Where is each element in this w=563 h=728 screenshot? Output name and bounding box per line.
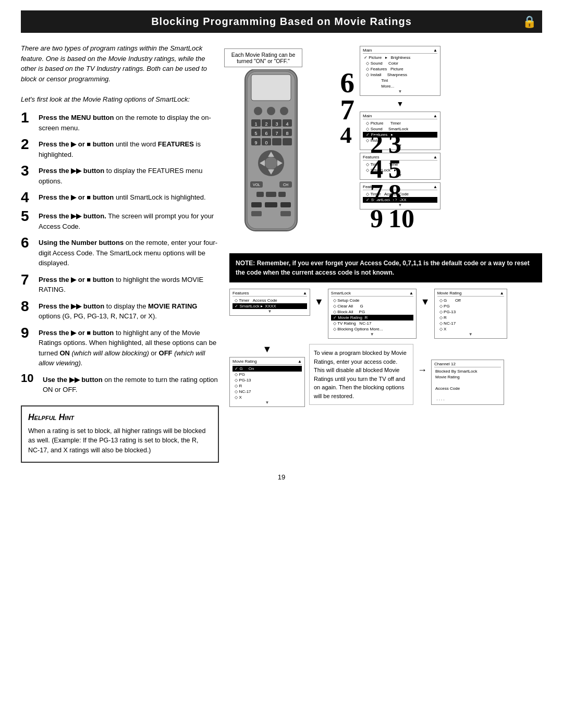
mr-g: ◇ G Off [437,298,504,303]
sm-blocking: ◇ Blocking Options More... [331,326,413,332]
arrow-4: ▼ [263,344,272,355]
step-number-9: 9 [21,326,35,340]
main-menu-screen: Main▲ ✓ Picture ▸ Brightness ◇ Sound Col… [360,46,440,96]
cb-movie: Movie Rating [434,374,501,380]
screen-row-more: More... [363,83,437,89]
svg-text:7: 7 [275,131,278,136]
mr-x: ◇ X [437,326,504,332]
main-menu-2-title: Main▲ [363,114,437,119]
hint-title: Helpful Hint [28,413,212,422]
step-7: 7 Press the ▶ or ■ button to highlight t… [21,275,219,295]
svg-rect-39 [278,192,286,197]
screen2-row-picture: ◇ Picture Timer [363,120,437,126]
svg-point-5 [280,107,288,115]
svg-text:4: 4 [286,121,288,127]
bottom-view-text: To view a program blocked by Movie Ratin… [314,350,407,399]
step-number-7: 7 [21,273,35,287]
smartlock-menu-title: SmartLock▲ [331,291,413,297]
mr-on-pg13: ◇ PG-13 [232,377,302,383]
mr-pg13: ◇ PG-13 [437,309,504,315]
movie-rating-callout: Each Movie Rating can be turned "ON" or … [224,48,302,67]
step-number-10: 10 [21,373,40,384]
bottom-screens-area: Features▲ ◇ Timer Access Code ✓ SmartLoc… [229,289,542,339]
smartlock-access-screen: Features▲ ◇ Timer Access Code ✓ SmartLoc… [229,289,310,316]
mr-pg: ◇ PG [437,303,504,309]
svg-rect-40 [266,192,276,197]
step-number-6: 6 [21,236,35,250]
sm-movierating: ✓ Movie Rating R [331,315,413,320]
content-area: There are two types of program ratings w… [21,43,542,463]
arrow-3: ▼ [421,297,430,307]
screen-row-sound: ◇ Sound Color [363,60,437,66]
page: Blocking Programming Based on Movie Rati… [0,0,563,728]
screen-row-install: ◇ Install Sharpness [363,72,437,78]
step-6: 6 Using the Number buttons on the remote… [21,238,219,268]
hint-text: When a rating is set to block, all highe… [28,426,212,455]
svg-rect-44 [251,211,262,216]
smartlock-access-title: Features▲ [232,291,307,297]
title-bar: Blocking Programming Based on Movie Rati… [21,10,542,33]
sm-blockall: ◇ Block All PG [331,309,413,315]
step-text-10: Use the ▶▶ button on the remote to turn … [43,375,219,395]
step-5: 5 Press the ▶▶ button. The screen will p… [21,211,219,231]
cb-blocked: Blocked By SmartLock [434,368,501,374]
cb-dots: · · · · [434,397,501,403]
big-numbers-overlay: 6 7 4 [340,69,355,146]
svg-rect-17 [283,138,292,145]
mr-on-nc17: ◇ NC-17 [232,389,302,394]
mr-on-r: ◇ R [232,383,302,389]
svg-rect-45 [280,211,291,216]
svg-text:5: 5 [254,131,257,136]
step-text-1: Press the MENU button on the remote to d… [39,113,219,133]
sm-clearall: ◇ Clear All G [331,303,413,309]
step-number-3: 3 [21,164,35,178]
step-number-2: 2 [21,137,35,152]
sm-tvrating: ◇ TV Rating NC-17 [331,320,413,326]
svg-rect-42 [265,202,277,207]
svg-text:VOL: VOL [253,183,260,187]
svg-rect-38 [256,192,264,197]
cb-space [434,380,501,386]
movie-rating-title: Movie Rating▲ [437,291,504,297]
step-text-2: Press the ▶ or ■ button until the word F… [39,139,219,159]
step-3: 3 Press the ▶▶ button to display the FEA… [21,166,219,186]
bottom-arrow-col: ▼ Movie Rating▲ ✓ G On ◇ PG ◇ PG-13 ◇ R … [229,344,305,407]
arrow-1: ▼ [360,100,440,108]
svg-text:1: 1 [254,121,257,127]
mr-on-pg: ◇ PG [232,372,302,377]
svg-rect-2 [251,75,291,101]
channel-blocked-screen: Channel 12 Blocked By SmartLock Movie Ra… [431,360,504,405]
right-column: Each Movie Rating can be turned "ON" or … [229,43,542,463]
mr-on-title: Movie Rating▲ [232,359,302,365]
step-text-4: Press the ▶ or ■ button until SmartLock … [39,192,206,203]
sal-smartlock: ✓ SmartLock ▸ XXXX [232,303,307,309]
svg-text:9: 9 [254,140,257,145]
step-number-1: 1 [21,110,35,125]
step-text-7: Press the ▶ or ■ button to highlight the… [39,275,219,295]
big-numbers-3: 3 5 8 10 [388,132,414,231]
page-number: 19 [21,473,542,481]
mr-on-g: ✓ G On [232,366,302,372]
movie-rating-on-screen: Movie Rating▲ ✓ G On ◇ PG ◇ PG-13 ◇ R ◇ … [229,357,305,407]
step-1: 1 Press the MENU button on the remote to… [21,113,219,133]
step-text-9: Press the ▶ or ■ button to highlight any… [39,328,219,368]
svg-point-3 [254,107,262,115]
svg-rect-43 [280,202,291,207]
step-number-4: 4 [21,190,35,205]
smartlock-menu-screen: SmartLock▲ ◇ Setup Code ◇ Clear All G ◇ … [328,289,417,339]
intro-paragraph: There are two types of program ratings w… [21,43,219,104]
step-8: 8 Press the ▶▶ button to display the MOV… [21,301,219,322]
arrow-5: → [418,365,427,376]
svg-point-29 [265,157,277,169]
helpful-hint-box: Helpful Hint When a rating is set to blo… [21,405,219,463]
page-title: Blocking Programming Based on Movie Rati… [151,16,412,27]
step-number-5: 5 [21,209,35,224]
movie-rating-screen: Movie Rating▲ ◇ G Off ◇ PG ◇ PG-13 ◇ R ◇… [434,289,507,339]
arrow-2: ▼ [314,297,324,307]
lock-icon: 🔒 [522,15,537,29]
svg-text:0: 0 [265,140,267,145]
big-numbers-2: 2 4 7 9 [370,132,383,231]
sal-timer: ◇ Timer Access Code [232,298,307,303]
svg-point-4 [267,107,275,115]
step-10: 10 Use the ▶▶ button on the remote to tu… [21,375,219,395]
